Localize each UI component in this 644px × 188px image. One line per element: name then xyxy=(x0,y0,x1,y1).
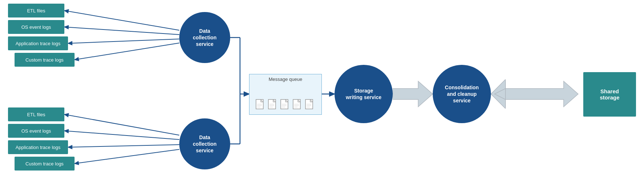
os-event-logs-box-bottom: OS event logs xyxy=(8,124,64,138)
etl-files-box-bottom: ETL files xyxy=(8,107,64,121)
architecture-diagram: ETL files OS event logs Application trac… xyxy=(0,0,644,188)
data-collection-circle-bottom: Datacollectionservice xyxy=(179,118,230,169)
message-queue-box: Message queue xyxy=(249,74,322,115)
double-arrow xyxy=(491,79,585,109)
consolidation-circle: Consolidationand cleanupservice xyxy=(433,65,491,123)
etl-files-box-top: ETL files xyxy=(8,4,64,17)
message-queue-label: Message queue xyxy=(249,77,321,82)
doc-icon-3 xyxy=(280,99,291,111)
svg-line-7 xyxy=(75,149,179,164)
storage-writing-circle: Storagewriting service xyxy=(335,65,393,123)
app-trace-logs-box-bottom: Application trace logs xyxy=(8,140,68,154)
doc-icon-4 xyxy=(293,99,303,111)
svg-line-0 xyxy=(64,11,179,30)
doc-icon-5 xyxy=(305,99,315,111)
svg-line-2 xyxy=(68,39,179,43)
right-arrow-1 xyxy=(393,79,433,109)
os-event-logs-box-top: OS event logs xyxy=(8,20,64,34)
shared-storage-box: Sharedstorage xyxy=(583,72,636,117)
svg-line-1 xyxy=(64,27,179,35)
svg-marker-38 xyxy=(393,81,433,107)
svg-line-4 xyxy=(64,114,179,135)
custom-trace-logs-box-top: Custom trace logs xyxy=(15,53,75,67)
svg-line-5 xyxy=(64,131,179,140)
svg-line-6 xyxy=(68,145,179,147)
custom-trace-logs-box-bottom: Custom trace logs xyxy=(15,157,75,171)
doc-icon-1 xyxy=(256,99,266,111)
doc-icon-2 xyxy=(268,99,278,111)
doc-icons-row xyxy=(256,99,315,111)
data-collection-circle-top: Datacollectionservice xyxy=(179,12,230,63)
app-trace-logs-box-top: Application trace logs xyxy=(8,36,68,50)
svg-line-3 xyxy=(75,43,179,60)
svg-marker-39 xyxy=(505,81,578,107)
